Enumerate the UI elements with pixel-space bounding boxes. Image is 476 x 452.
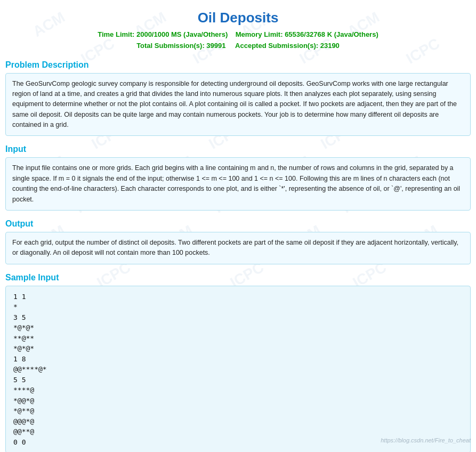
accepted-submissions: Accepted Submission(s): 23190 [235, 42, 340, 50]
page-title: Oil Deposits [5, 5, 471, 26]
meta-info: Time Limit: 2000/1000 MS (Java/Others) M… [5, 29, 471, 52]
sample-input-line: *@@*@ [13, 396, 463, 406]
sample-input-heading: Sample Input [5, 273, 471, 282]
sample-input-line: ****@ [13, 385, 463, 396]
input-text: The input file contains one or more grid… [12, 164, 460, 203]
sample-input-line: 1 8 [13, 354, 463, 365]
sample-input-line: 1 1 [13, 292, 463, 302]
sample-input-line: 0 0 [13, 437, 463, 448]
sample-input-box: 1 1*3 5*@*@***@***@*@*1 8@@****@*5 5****… [5, 286, 471, 452]
sample-input-line: @@@*@ [13, 416, 463, 427]
page-content: Oil Deposits Time Limit: 2000/1000 MS (J… [0, 0, 476, 452]
problem-description-box: The GeoSurvComp geologic survey company … [5, 73, 471, 136]
sample-input-line: @@****@* [13, 364, 463, 375]
total-submissions: Total Submission(s): 39991 [136, 42, 225, 50]
sample-input-line: @@**@ [13, 426, 463, 437]
sample-input-line: *@*@* [13, 343, 463, 354]
problem-description-text: The GeoSurvComp geologic survey company … [12, 80, 457, 129]
output-text: For each grid, output the number of dist… [12, 239, 458, 256]
sample-input-line: 3 5 [13, 312, 463, 323]
memory-limit: Memory Limit: 65536/32768 K (Java/Others… [236, 30, 378, 38]
sample-input-line: *@**@ [13, 406, 463, 416]
sample-input-line: *@*@* [13, 322, 463, 333]
sample-input-line: 5 5 [13, 375, 463, 385]
input-box: The input file contains one or more grid… [5, 157, 471, 211]
output-box: For each grid, output the number of dist… [5, 232, 471, 264]
input-heading: Input [5, 144, 471, 154]
sample-input-line: * [13, 302, 463, 312]
time-limit: Time Limit: 2000/1000 MS (Java/Others) [98, 30, 228, 38]
sample-input-line: **@** [13, 333, 463, 344]
problem-description-heading: Problem Description [5, 60, 471, 70]
output-heading: Output [5, 219, 471, 229]
